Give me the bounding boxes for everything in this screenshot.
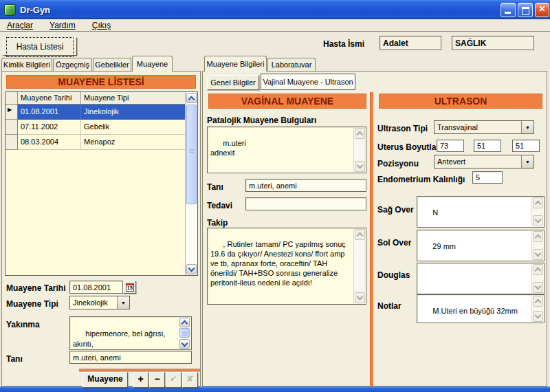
yakinma-scrollbar[interactable]	[179, 318, 190, 349]
muayene-tipi-dropdown[interactable]: Jinekolojik ▼	[69, 296, 130, 309]
tedavi-field[interactable]	[245, 197, 366, 210]
table-header-row: Muayene Tarihi Muayene Tipi	[6, 92, 197, 105]
endometrium-label: Endometrium Kalınlığı	[377, 175, 465, 184]
menu-bar: Araçlar Yardım Çıkış	[0, 19, 550, 32]
muayene-tarihi-label: Muayene Tarihi	[6, 283, 65, 293]
muayene-bilgileri-panel: Genel Bilgiler Vajinal Muayene - Ultraso…	[202, 71, 547, 386]
scrollbar-thumb[interactable]	[186, 105, 197, 204]
calendar-button[interactable]: 15	[123, 281, 136, 294]
close-button[interactable]: ✕	[535, 3, 549, 17]
scroll-up-button[interactable]	[533, 197, 543, 208]
scroll-down-icon	[182, 340, 188, 347]
scroll-down-icon	[535, 283, 542, 290]
textbox-scrollbar[interactable]	[353, 229, 365, 303]
scroll-down-button[interactable]	[533, 311, 543, 322]
cell-type[interactable]: Gebelik	[81, 120, 186, 135]
yakinma-textarea[interactable]: hipermenore, bel ağrısı, akıntı, urgency…	[69, 316, 192, 350]
muayene-listesi-header: MUAYENE LİSTESİ	[6, 75, 196, 89]
scrollbar-thumb[interactable]	[179, 328, 190, 338]
cell-type[interactable]: Menapoz	[81, 135, 186, 150]
endometrium-field[interactable]	[472, 171, 503, 184]
scroll-up-button[interactable]	[355, 128, 365, 139]
scroll-up-button[interactable]	[186, 93, 197, 103]
textbox-scrollbar[interactable]	[353, 128, 365, 172]
minimize-button[interactable]	[500, 3, 516, 17]
scroll-up-button[interactable]	[533, 264, 543, 275]
textbox-scrollbar[interactable]	[531, 231, 543, 260]
uterus-dim3-field[interactable]	[512, 140, 540, 152]
scroll-up-icon	[357, 232, 364, 239]
patient-name-label: Hasta İsmi	[323, 39, 364, 49]
scroll-up-button[interactable]	[179, 318, 190, 327]
scroll-down-button[interactable]	[355, 161, 365, 172]
scroll-up-icon	[535, 268, 542, 274]
scroll-down-button[interactable]	[533, 249, 543, 260]
uterus-dim2-field[interactable]	[474, 140, 501, 152]
patient-first-name-field[interactable]	[380, 36, 441, 50]
menu-araclar[interactable]: Araçlar	[7, 21, 33, 30]
scroll-down-button[interactable]	[186, 264, 197, 274]
vaginal-tani-field[interactable]	[245, 179, 366, 192]
pozisyonu-value: Antevert	[434, 155, 521, 168]
sag-over-textarea[interactable]: N	[417, 196, 544, 228]
dropdown-button[interactable]: ▼	[117, 296, 129, 309]
scroll-up-button[interactable]	[533, 296, 543, 307]
cancel-record-button[interactable]: ✘	[182, 372, 198, 388]
scroll-up-button[interactable]	[533, 231, 543, 242]
dropdown-button[interactable]: ▼	[521, 121, 534, 133]
notlar-textarea[interactable]: M.Uteri en büyüğü 32mm	[417, 294, 544, 323]
tab-muayene-bilgileri[interactable]: Muayene Bilgileri	[204, 56, 267, 72]
table-row[interactable]: 08.03.2004 Menapoz	[6, 135, 197, 150]
subtab-vajinal-muayene-ultrason[interactable]: Vajinal Muayene - Ultrason	[261, 74, 355, 90]
scroll-down-button[interactable]	[533, 215, 543, 226]
scroll-up-button[interactable]	[355, 229, 365, 240]
douglas-label: Douglas	[377, 270, 410, 280]
douglas-textarea[interactable]	[417, 263, 544, 294]
textbox-scrollbar[interactable]	[531, 264, 543, 293]
tab-kimlik-bilgileri[interactable]: Kimlik Bilgileri	[1, 58, 52, 71]
sol-over-textarea[interactable]: 29 mm	[417, 230, 544, 261]
sol-over-label: Sol Over	[377, 238, 411, 248]
tani-label: Tanı	[6, 354, 23, 364]
patalojik-bulgular-textarea[interactable]: m.uteri adnexit	[207, 127, 366, 173]
tab-ozgecmis[interactable]: Özgeçmiş	[53, 58, 92, 71]
patient-last-name-field[interactable]	[452, 36, 534, 50]
cell-date[interactable]: 07.11.2002	[18, 120, 81, 135]
menu-yardim[interactable]: Yardım	[50, 21, 76, 30]
scroll-down-button[interactable]	[533, 282, 543, 293]
scroll-up-icon	[188, 96, 195, 103]
ultrason-tipi-dropdown[interactable]: Transvajinal ▼	[434, 120, 534, 134]
hasta-listesi-button[interactable]: Hasta Listesi	[3, 37, 77, 56]
tab-muayene[interactable]: Muayene	[132, 56, 173, 72]
textbox-scrollbar[interactable]	[531, 296, 543, 322]
muayene-tarihi-field[interactable]	[69, 281, 123, 294]
delete-record-button[interactable]: −	[149, 372, 165, 388]
post-record-button[interactable]: ✔	[166, 372, 182, 388]
scroll-up-icon	[357, 131, 364, 138]
takip-textarea[interactable]: , Rutinler tamam/ PC yapılmış sonuç 19.6…	[207, 228, 366, 305]
scroll-down-icon	[357, 294, 364, 301]
menu-cikis[interactable]: Çıkış	[92, 21, 111, 30]
tab-gebelikler[interactable]: Gebelikler	[93, 58, 131, 71]
tani-field[interactable]	[69, 351, 192, 364]
muayene-button[interactable]: Muayene	[82, 372, 128, 388]
patalojik-bulgular-label: Patalojik Muayene Bulguları	[207, 116, 316, 125]
cell-date[interactable]: 01.08.2001	[18, 105, 81, 120]
tab-laboratuvar[interactable]: Laboratuvar	[267, 58, 316, 71]
textbox-scrollbar[interactable]	[531, 197, 543, 226]
table-row[interactable]: 07.11.2002 Gebelik	[6, 120, 197, 135]
restore-button[interactable]	[518, 3, 533, 17]
pozisyonu-dropdown[interactable]: Antevert ▼	[434, 155, 534, 168]
subtab-genel-bilgiler[interactable]: Genel Bilgiler	[207, 75, 259, 90]
scroll-up-icon	[535, 201, 542, 208]
title-bar: Dr-Gyn	[0, 0, 550, 19]
uterus-dim1-field[interactable]	[437, 140, 464, 152]
add-record-button[interactable]: +	[133, 372, 148, 388]
table-row[interactable]: ▶ 01.08.2001 Jinekolojik	[6, 105, 197, 120]
cell-date[interactable]: 08.03.2004	[18, 135, 81, 150]
cell-type[interactable]: Jinekolojik	[81, 105, 186, 120]
table-scrollbar[interactable]	[185, 92, 197, 275]
scroll-down-button[interactable]	[179, 339, 190, 349]
dropdown-button[interactable]: ▼	[521, 155, 534, 168]
scroll-down-button[interactable]	[355, 292, 365, 303]
